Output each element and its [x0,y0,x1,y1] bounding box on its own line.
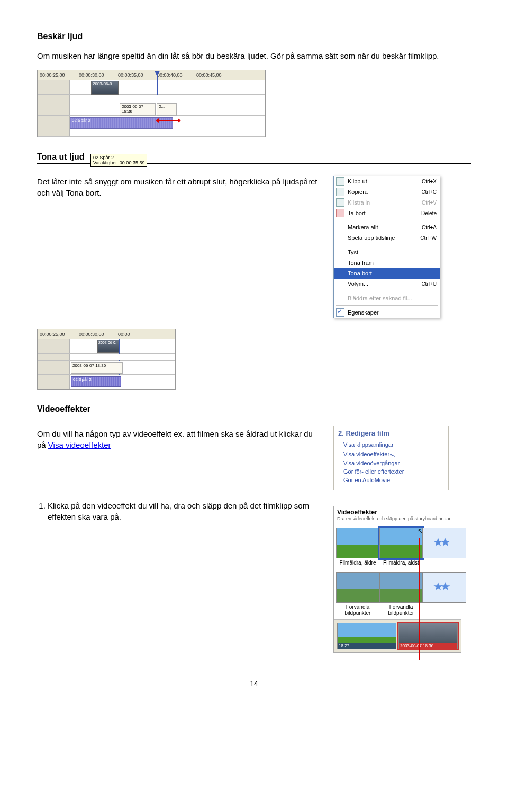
video-clip[interactable]: 2003-06-0... [91,81,119,95]
tooltip-title: 02 Spår 2 [93,155,144,160]
storyboard-clip-selected[interactable]: 2003-06-07 18:36 [398,623,458,649]
video-track: 2003-06-0. [38,339,175,354]
timeline-ruler: 00:00:25,00 00:00:30,00 00:00 [38,329,175,339]
ruler-tick: 00:00:25,00 [40,72,77,78]
trim-indicator-arrow [158,120,179,121]
step-drag-effect: Klicka på den videoeffekt du vill ha, dr… [48,501,318,522]
clip-label: 18:27 [338,643,396,649]
screenshot-timeline-fade: 00:00:25,00 00:00:30,00 00:00 2003-06-0.… [37,329,176,390]
page-number: 14 [37,679,471,688]
gallery-heading: Videoeffekter [334,506,461,516]
drag-line [419,538,420,660]
ctx-volume[interactable]: Volym...Ctrl+U [334,279,440,289]
ctx-fade-out[interactable]: Tona bort [334,268,440,279]
cursor-icon: ↖ [388,450,396,460]
gallery-subtext: Dra en videoeffekt och släpp den på stor… [334,516,461,524]
effect-thumb-star[interactable] [423,528,466,558]
empty-track [38,130,265,137]
effect-thumb-older[interactable] [336,528,379,558]
ctx-mute[interactable]: Tyst [334,247,440,257]
ruler-tick: 00:00:25,00 [40,331,77,337]
effect-thumb-pixelate[interactable] [336,572,379,603]
ruler-tick: 00:00:45,00 [196,72,233,78]
ctx-cut[interactable]: Klipp utCtrl+X [334,176,440,187]
caption-clip[interactable]: 2003-06-07 18:36 [120,103,156,116]
ctx-delete[interactable]: Ta bortDelete [334,208,440,218]
audio-track: 02 Spår 2 02 Spår 2 Varaktighet: 00:00:3… [38,116,265,130]
video-clip[interactable]: 2003-06-0. [97,340,120,353]
ctx-play-timeline[interactable]: Spela upp tidslinjeCtrl+W [334,233,440,243]
para-trim-audio: Om musiken har längre speltid än din låt… [37,51,471,61]
audio-track: 02 Spår 2 [38,375,175,389]
context-menu: Klipp utCtrl+X KopieraCtrl+C Klistra inC… [333,176,440,318]
video-effects-gallery: Videoeffekter Dra en videoeffekt och slä… [333,506,461,653]
audio-clip[interactable]: 02 Spår 2 [71,376,121,387]
ruler-tick: 00:00:30,00 [79,331,116,337]
tooltip: 02 Spår 2 Varaktighet: 00:00:35,59 [90,154,147,167]
ctx-select-all[interactable]: Markera alltCtrl+A [334,222,440,233]
video-track: 2003-06-0... [38,80,265,95]
paste-icon [336,198,344,207]
caption-clip[interactable]: 2... [157,103,177,116]
effect-label: Filmåldra, äldre [336,560,379,566]
panel-link-collections[interactable]: Visa klippsamlingar [338,440,444,449]
effect-thumb-pixelate2[interactable] [379,572,423,603]
clip-label: 2003-06-07 18:36 [399,643,457,649]
panel-heading: 2. Redigera film [338,429,444,437]
task-panel-edit-film: 2. Redigera film Visa klippsamlingar Vis… [333,426,449,490]
ctx-properties[interactable]: Egenskaper [334,307,440,318]
effect-thumb-star[interactable] [423,572,466,603]
ruler-tick: 00:00:35,00 [118,72,155,78]
delete-icon [336,209,344,217]
storyboard: 18:27 2003-06-07 18:36 [334,619,461,652]
cut-icon [336,177,344,186]
tooltip-duration: Varaktighet: 00:00:35,59 [93,160,144,165]
check-icon [336,308,344,317]
ruler-tick: 00:00:40,00 [157,72,194,78]
panel-link-automovie[interactable]: Gör en AutoMovie [338,476,444,484]
effect-label: Filmåldra, äldst [379,560,423,566]
storyboard-clip[interactable]: 18:27 [337,623,396,649]
ctx-copy[interactable]: KopieraCtrl+C [334,187,440,197]
panel-link-titles[interactable]: Gör för- eller eftertexter [338,467,444,476]
panel-link-video-effects[interactable]: Visa videoeffekter↖ [338,449,444,459]
effect-label: Förvandla bildpunkter [379,604,423,616]
ctx-fade-in[interactable]: Tona fram [334,257,440,268]
heading-video-effects: Videoeffekter [37,404,471,416]
heading-trim-audio: Beskär ljud [37,32,471,43]
copy-icon [336,188,344,196]
ruler-tick: 00:00:30,00 [79,72,116,78]
ctx-browse-missing: Bläddra efter saknad fil... [334,293,440,303]
transition-track [38,95,265,102]
caption-clip[interactable]: 2003-06-07 18:36 [71,362,123,374]
para-video-effects: Om du vill ha någon typ av videoeffekt e… [37,429,318,450]
caption-track: 2003-06-07 18:36 2... [38,102,265,116]
screenshot-timeline-trim: 00:00:25,00 00:00:30,00 00:00:35,00 00:0… [37,70,266,137]
effect-label: Förvandla bildpunkter [336,604,379,616]
ctx-paste: Klistra inCtrl+V [334,197,440,208]
timeline-ruler: 00:00:25,00 00:00:30,00 00:00:35,00 00:0… [38,70,265,80]
caption-track: 2003-06-07 18:36 [38,361,175,375]
para-fade-audio: Det låter inte så snyggt om musiken får … [37,177,318,198]
effect-thumb-oldest[interactable]: ↖ [379,528,423,558]
panel-link-transitions[interactable]: Visa videoövergångar [338,459,444,467]
ruler-tick: 00:00 [118,331,155,337]
link-show-video-effects[interactable]: Visa videoeffekter [48,440,111,449]
